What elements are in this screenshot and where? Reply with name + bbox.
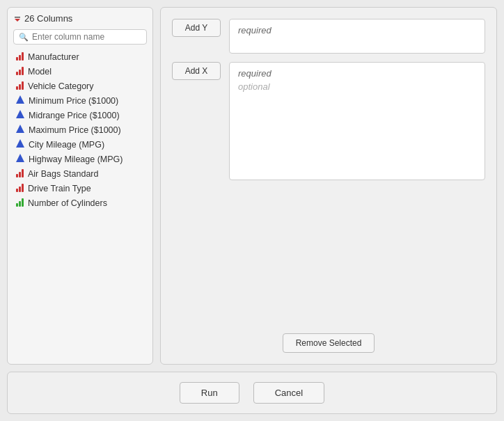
- x-dropzone[interactable]: required optional: [229, 62, 485, 180]
- column-name: Maximum Price ($1000): [29, 125, 121, 135]
- column-panel: 26 Columns 🔍 Manufacturer Model: [7, 7, 153, 365]
- search-icon: 🔍: [19, 33, 29, 42]
- tri-blue-icon: [16, 125, 24, 136]
- y-required-label: required: [238, 25, 476, 35]
- remove-row: Remove Selected: [172, 333, 485, 353]
- add-y-button[interactable]: Add Y: [172, 19, 221, 37]
- column-name: Model: [28, 67, 52, 77]
- bar-red-icon: [16, 81, 24, 92]
- column-name: Minimum Price ($1000): [29, 96, 118, 106]
- x-required-label: required: [238, 68, 476, 79]
- run-button[interactable]: Run: [180, 382, 239, 404]
- bar-red-icon: [16, 66, 24, 77]
- bottom-section: Run Cancel: [7, 372, 497, 414]
- columns-title: 26 Columns: [24, 13, 72, 24]
- list-item[interactable]: Minimum Price ($1000): [13, 94, 147, 108]
- list-item[interactable]: Air Bags Standard: [13, 167, 147, 181]
- bar-green-icon: [16, 198, 24, 209]
- cancel-button[interactable]: Cancel: [253, 382, 324, 404]
- column-name: Highway Mileage (MPG): [29, 154, 123, 164]
- list-item[interactable]: Maximum Price ($1000): [13, 123, 147, 137]
- column-name: Vehicle Category: [28, 81, 94, 91]
- list-item[interactable]: Drive Train Type: [13, 182, 147, 196]
- tri-blue-icon: [16, 95, 24, 106]
- list-item[interactable]: Manufacturer: [13, 50, 147, 64]
- search-input[interactable]: [32, 32, 141, 42]
- svg-rect-0: [15, 17, 20, 18]
- app-container: 26 Columns 🔍 Manufacturer Model: [0, 0, 504, 421]
- list-item[interactable]: City Mileage (MPG): [13, 138, 147, 152]
- columns-header: 26 Columns: [13, 13, 147, 24]
- tri-blue-icon: [16, 139, 24, 150]
- tri-blue-icon: [16, 110, 24, 121]
- list-item[interactable]: Midrange Price ($1000): [13, 109, 147, 122]
- column-name: Midrange Price ($1000): [29, 111, 120, 120]
- y-axis-row: Add Y required: [172, 19, 485, 54]
- bar-red-icon: [16, 183, 24, 194]
- list-item[interactable]: Highway Mileage (MPG): [13, 152, 147, 166]
- column-list: Manufacturer Model Vehicle Category: [13, 50, 147, 210]
- y-dropzone[interactable]: required: [229, 19, 485, 54]
- column-name: Manufacturer: [28, 52, 79, 62]
- add-x-button[interactable]: Add X: [172, 62, 221, 80]
- plot-config-panel: Add Y required Add X required optional R…: [160, 7, 497, 365]
- search-box: 🔍: [13, 29, 147, 45]
- x-axis-row: Add X required optional: [172, 62, 485, 325]
- bar-red-icon: [16, 51, 24, 63]
- dropdown-arrow-icon[interactable]: [13, 15, 22, 23]
- main-section: 26 Columns 🔍 Manufacturer Model: [7, 7, 497, 365]
- remove-selected-button[interactable]: Remove Selected: [283, 333, 375, 353]
- column-name: Drive Train Type: [28, 184, 91, 193]
- bar-red-icon: [16, 168, 24, 180]
- column-name: Number of Cylinders: [28, 198, 107, 208]
- list-item[interactable]: Number of Cylinders: [13, 196, 147, 210]
- svg-marker-1: [15, 19, 20, 22]
- list-item[interactable]: Vehicle Category: [13, 79, 147, 93]
- column-name: City Mileage (MPG): [29, 140, 104, 150]
- column-name: Air Bags Standard: [28, 169, 98, 179]
- list-item[interactable]: Model: [13, 65, 147, 79]
- x-optional-label: optional: [238, 81, 476, 92]
- tri-blue-icon: [16, 154, 24, 165]
